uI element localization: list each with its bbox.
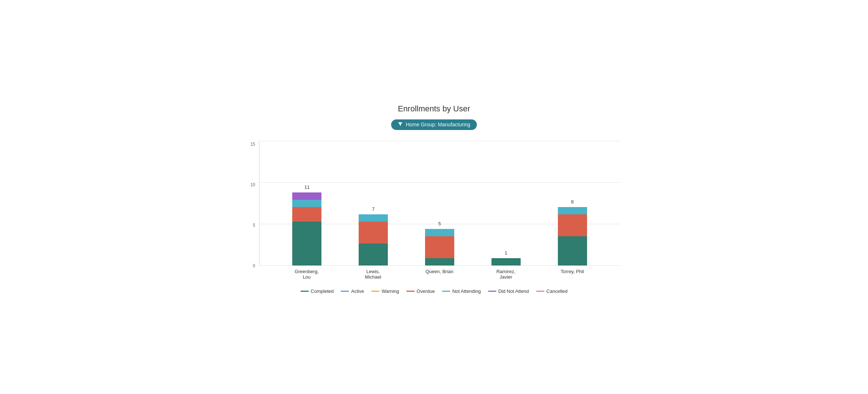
bar-total-label: 8: [571, 199, 574, 204]
legend-item-overdue: Overdue: [406, 288, 435, 294]
bar-stack[interactable]: [558, 207, 587, 265]
chart-area: 151050 117518 Greenberg, LouLewis, Micha…: [248, 141, 620, 280]
bar-group: 8: [558, 207, 587, 265]
bar-segment-overdue: [292, 207, 321, 222]
legend-label-active: Active: [351, 288, 364, 294]
bar-group: 11: [292, 192, 321, 265]
y-axis-label: 15: [250, 142, 255, 147]
x-axis-label: Greenberg, Lou: [292, 269, 321, 280]
y-axis: 151050: [248, 141, 259, 280]
bar-segment-completed: [425, 258, 454, 265]
x-labels: Greenberg, LouLewis, MichaelQueen, Brian…: [259, 266, 620, 280]
bar-segment-notAttending: [425, 229, 454, 236]
bar-stack[interactable]: [359, 214, 388, 265]
bar-segment-notAttending: [359, 214, 388, 222]
legend-color-cancelled: [536, 291, 544, 292]
bar-segment-overdue: [359, 222, 388, 244]
x-axis-label: Queen, Brian: [425, 269, 454, 280]
bar-segment-notAttending: [292, 200, 321, 207]
bar-segment-overdue: [558, 214, 587, 236]
filter-icon: [398, 122, 403, 128]
bar-segment-completed: [292, 222, 321, 265]
bar-segment-completed: [359, 244, 388, 265]
y-axis-label: 0: [253, 263, 255, 268]
legend-color-notAttending: [442, 291, 450, 292]
x-axis-label: Lewis, Michael: [359, 269, 388, 280]
legend-item-completed: Completed: [301, 288, 334, 294]
bars-wrapper: 117518: [259, 141, 620, 265]
legend-label-completed: Completed: [311, 288, 334, 294]
bar-segment-completed: [491, 258, 521, 265]
legend-color-active: [341, 291, 349, 292]
bar-group: 7: [359, 214, 388, 265]
bar-stack[interactable]: [491, 258, 521, 265]
legend-item-didNotAttend: Did Not Attend: [488, 288, 529, 294]
legend-item-notAttending: Not Attending: [442, 288, 481, 294]
y-axis-label: 5: [253, 223, 255, 228]
legend-item-active: Active: [341, 288, 364, 294]
x-axis-label: Torrey, Phil: [558, 269, 587, 280]
filter-badge-wrapper: Home Group: Manufacturing: [248, 119, 620, 130]
plot-area: 117518 Greenberg, LouLewis, MichaelQueen…: [259, 141, 620, 280]
bars-and-grid: 117518: [259, 141, 620, 266]
bar-total-label: 11: [304, 184, 309, 190]
bar-segment-didNotAttend: [292, 192, 321, 200]
bar-total-label: 7: [372, 206, 375, 212]
bar-group: 1: [491, 258, 521, 265]
legend-label-overdue: Overdue: [417, 288, 435, 294]
legend-label-notAttending: Not Attending: [452, 288, 481, 294]
bar-stack[interactable]: [292, 192, 321, 265]
bar-total-label: 5: [438, 221, 441, 226]
filter-label: Home Group: Manufacturing: [406, 122, 470, 127]
bar-stack[interactable]: [425, 229, 454, 265]
legend-label-cancelled: Cancelled: [547, 288, 568, 294]
y-axis-label: 10: [250, 182, 255, 187]
legend-item-warning: Warning: [371, 288, 399, 294]
legend-item-cancelled: Cancelled: [536, 288, 568, 294]
legend-color-completed: [301, 291, 309, 292]
legend-label-didNotAttend: Did Not Attend: [498, 288, 529, 294]
bar-group: 5: [425, 229, 454, 265]
legend-color-overdue: [406, 291, 414, 292]
legend-color-didNotAttend: [488, 291, 496, 292]
bar-total-label: 1: [505, 250, 507, 256]
bar-segment-overdue: [425, 236, 454, 258]
legend: CompletedActiveWarningOverdueNot Attendi…: [248, 288, 620, 294]
chart-container: Enrollments by User Home Group: Manufact…: [234, 93, 635, 301]
bar-segment-notAttending: [558, 207, 587, 214]
filter-badge[interactable]: Home Group: Manufacturing: [391, 119, 477, 130]
grid-line: [259, 265, 620, 266]
legend-color-warning: [371, 291, 379, 292]
bar-segment-completed: [558, 236, 587, 265]
chart-title: Enrollments by User: [248, 104, 620, 114]
x-axis-label: Ramirez, Javier: [491, 269, 521, 280]
legend-label-warning: Warning: [382, 288, 399, 294]
